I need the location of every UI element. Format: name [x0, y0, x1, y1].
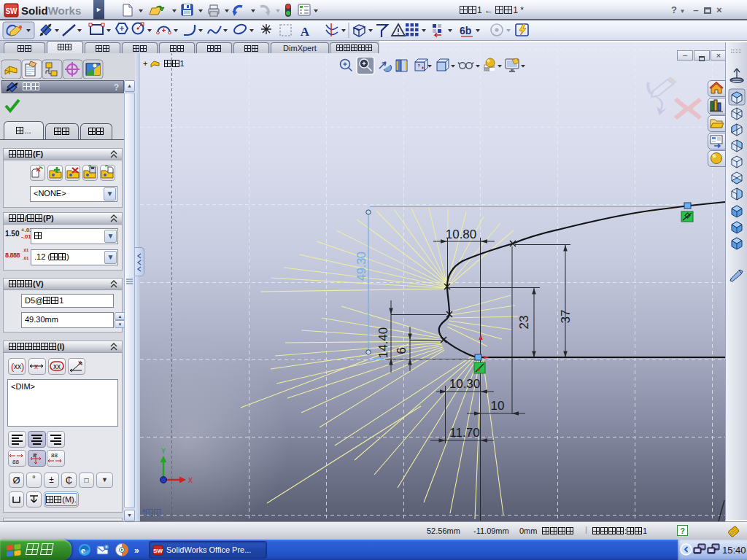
svg-text:xx: xx — [14, 362, 21, 370]
svg-text:SW: SW — [5, 7, 18, 15]
svg-text:10.30: 10.30 — [449, 377, 481, 391]
svg-text:37: 37 — [559, 310, 573, 324]
svg-text:6b: 6b — [460, 25, 471, 36]
svg-text:10: 10 — [491, 399, 505, 413]
svg-text:e: e — [81, 545, 85, 556]
svg-text:14.40: 14.40 — [376, 327, 390, 359]
svg-text:8: 8 — [33, 453, 36, 458]
svg-text:xx: xx — [53, 362, 61, 370]
svg-text:88: 88 — [51, 452, 58, 459]
svg-text:X: X — [188, 477, 193, 485]
svg-text:10.80: 10.80 — [446, 228, 477, 241]
svg-text:SW: SW — [153, 548, 163, 554]
svg-text:11.70: 11.70 — [449, 426, 479, 440]
svg-text:): ) — [21, 361, 24, 372]
svg-text:A: A — [301, 25, 310, 39]
svg-text:88: 88 — [12, 459, 19, 465]
svg-text:Y: Y — [161, 448, 166, 456]
svg-text:49.30: 49.30 — [355, 252, 368, 281]
svg-text:23: 23 — [517, 316, 531, 330]
svg-text:6: 6 — [395, 347, 409, 354]
svg-text:SolidWorks: SolidWorks — [21, 4, 81, 17]
svg-text:»: » — [134, 545, 139, 556]
